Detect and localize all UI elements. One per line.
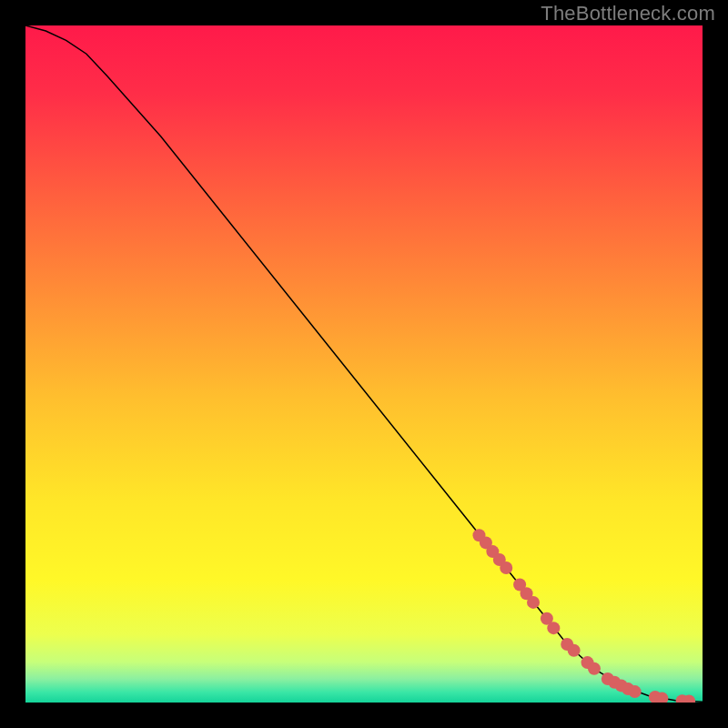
highlight-dot — [547, 622, 560, 634]
highlight-dot — [629, 685, 642, 698]
chart-container: TheBottleneck.com — [0, 0, 728, 728]
chart-plot — [25, 25, 703, 703]
plot-background — [25, 25, 703, 703]
attribution-text: TheBottleneck.com — [541, 2, 715, 25]
highlight-dot — [568, 644, 581, 657]
highlight-dot — [588, 662, 601, 675]
highlight-dot — [500, 561, 512, 574]
highlight-dot — [527, 596, 540, 609]
